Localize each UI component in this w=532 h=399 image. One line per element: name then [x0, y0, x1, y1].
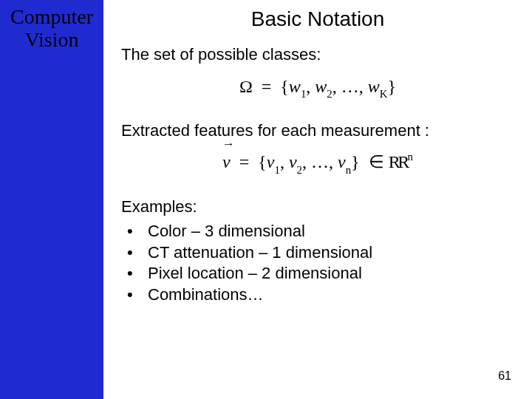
- sidebar: Computer Vision: [0, 0, 103, 399]
- list-item: CT attenuation – 1 dimensional: [121, 242, 514, 264]
- sub-K: K: [380, 88, 388, 100]
- sidebar-title: Computer Vision: [0, 0, 103, 52]
- v-sym: v: [338, 152, 346, 171]
- dots-sym: …: [341, 77, 359, 96]
- examples-label: Examples:: [121, 197, 514, 217]
- list-item: Color – 3 dimensional: [121, 221, 514, 242]
- brace-open: {: [280, 77, 289, 96]
- para-classes: The set of possible classes:: [121, 44, 514, 65]
- brace-open: {: [258, 152, 267, 171]
- sup-n: n: [407, 151, 412, 163]
- slide-content: Basic Notation The set of possible class…: [103, 0, 532, 399]
- dots-sym: …: [311, 152, 329, 171]
- real-sym: RR: [389, 152, 408, 171]
- para-features: Extracted features for each measurement …: [121, 120, 514, 141]
- equals-sym: =: [262, 77, 272, 96]
- sub-2: 2: [297, 164, 302, 176]
- sidebar-title-line2: Vision: [0, 29, 103, 52]
- sub-1: 1: [274, 164, 279, 176]
- list-item: Pixel location – 2 dimensional: [121, 263, 514, 284]
- slide-title: Basic Notation: [121, 7, 514, 31]
- w-sym: w: [289, 77, 301, 96]
- sub-n: n: [346, 164, 351, 176]
- formula-features: → v = {v1, v2, …, vn} ∈ RRn: [121, 151, 514, 175]
- v-sym: v: [267, 152, 275, 171]
- sidebar-title-line1: Computer: [0, 6, 103, 29]
- list-item: Combinations…: [121, 284, 514, 306]
- page-number: 61: [498, 369, 511, 383]
- v-sym: v: [289, 152, 297, 171]
- in-sym: ∈: [369, 152, 384, 171]
- equals-sym: =: [239, 152, 250, 171]
- omega-sym: Ω: [239, 77, 253, 96]
- brace-close: }: [351, 152, 360, 171]
- v-sym: v: [222, 152, 231, 171]
- formula-classes: Ω = {w1, w2, …, wK}: [121, 75, 514, 100]
- sub-1: 1: [301, 88, 306, 100]
- w-sym: w: [315, 77, 327, 96]
- vec-v: → v: [222, 151, 231, 173]
- sub-2: 2: [327, 88, 332, 100]
- examples-list: Color – 3 dimensional CT attenuation – 1…: [121, 221, 514, 305]
- w-sym: w: [368, 77, 380, 96]
- brace-close: }: [388, 77, 397, 96]
